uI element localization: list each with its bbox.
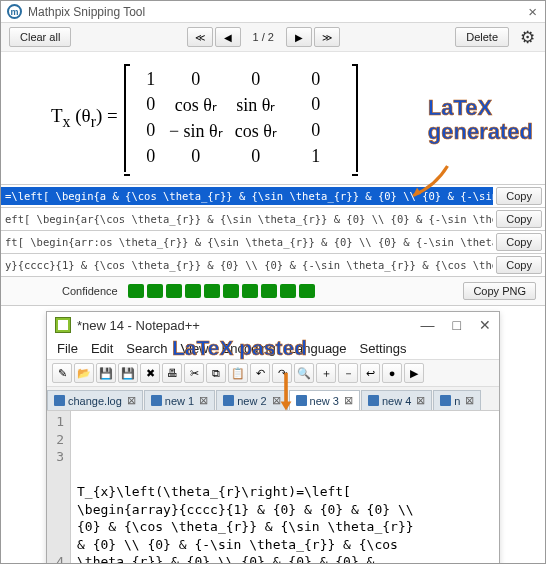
equation-lhs: Tx (θr) = xyxy=(51,105,118,131)
equation-preview: Tx (θr) = 10000cos θᵣsin θᵣ00− sin θᵣcos… xyxy=(1,52,545,184)
nav-prev-button[interactable]: ◀ xyxy=(215,27,241,47)
arrow-icon xyxy=(271,371,301,416)
latex-text[interactable]: ft[ \begin{arr:os \theta_{r}} & {\sin \t… xyxy=(1,233,493,251)
confidence-cell xyxy=(299,284,315,298)
open-file-icon[interactable]: 📂 xyxy=(74,363,94,383)
confidence-bar xyxy=(128,284,315,298)
tab-label: new 1 xyxy=(165,395,194,407)
menu-item[interactable]: Edit xyxy=(91,341,113,356)
cut-icon[interactable]: ✂ xyxy=(184,363,204,383)
notepadpp-window: *new 14 - Notepad++ — □ ✕ FileEditSearch… xyxy=(46,311,500,564)
file-icon xyxy=(54,395,65,406)
confidence-cell xyxy=(204,284,220,298)
delete-button[interactable]: Delete xyxy=(455,27,509,47)
tab-label: new 3 xyxy=(310,395,339,407)
tab-label: n xyxy=(454,395,460,407)
copy-button[interactable]: Copy xyxy=(496,233,542,251)
nav-first-button[interactable]: ≪ xyxy=(187,27,213,47)
tab-label: new 4 xyxy=(382,395,411,407)
notepadpp-editor: 123 4 T_{x}\left(\theta_{r}\right)=\left… xyxy=(47,411,499,564)
zoom-in-icon[interactable]: ＋ xyxy=(316,363,336,383)
print-icon[interactable]: 🖶 xyxy=(162,363,182,383)
latex-row: ft[ \begin{arr:os \theta_{r}} & {\sin \t… xyxy=(1,230,545,253)
confidence-label: Confidence xyxy=(62,285,118,297)
tab-label: new 2 xyxy=(237,395,266,407)
confidence-cell xyxy=(280,284,296,298)
equation-matrix: 10000cos θᵣsin θᵣ00− sin θᵣcos θᵣ00001 xyxy=(124,64,358,172)
mathpix-window: m Mathpix Snipping Tool × Clear all ≪ ◀ … xyxy=(1,1,545,306)
latex-output-rows: =\left[ \begin{a & {\cos \theta_{r}} & {… xyxy=(1,184,545,276)
latex-text[interactable]: eft[ \begin{ar{\cos \theta_{r}} & {\sin … xyxy=(1,210,493,228)
tab[interactable]: change.log⊠ xyxy=(47,390,143,410)
record-icon[interactable]: ● xyxy=(382,363,402,383)
mathpix-logo-icon: m xyxy=(7,4,22,19)
wrap-icon[interactable]: ↩ xyxy=(360,363,380,383)
file-icon xyxy=(368,395,379,406)
file-icon xyxy=(223,395,234,406)
notepadpp-title: *new 14 - Notepad++ xyxy=(77,318,200,333)
file-icon xyxy=(151,395,162,406)
close-icon[interactable]: × xyxy=(528,3,537,20)
nav-next-button[interactable]: ▶ xyxy=(286,27,312,47)
annotation-latex-generated: LaTeXgenerated xyxy=(428,96,533,144)
mathpix-title: Mathpix Snipping Tool xyxy=(28,5,145,19)
copy-button[interactable]: Copy xyxy=(496,187,542,205)
new-file-icon[interactable]: ✎ xyxy=(52,363,72,383)
nav-last-button[interactable]: ≫ xyxy=(314,27,340,47)
save-icon[interactable]: 💾 xyxy=(96,363,116,383)
close-file-icon[interactable]: ✖ xyxy=(140,363,160,383)
mathpix-toolbar: Clear all ≪ ◀ 1 / 2 ▶ ≫ Delete ⚙ xyxy=(1,23,545,52)
notepadpp-logo-icon xyxy=(55,317,71,333)
latex-row: y}{cccc}{1} & {\cos \theta_{r}} & {0} \\… xyxy=(1,253,545,276)
zoom-out-icon[interactable]: － xyxy=(338,363,358,383)
confidence-cell xyxy=(147,284,163,298)
copy-button[interactable]: Copy xyxy=(496,210,542,228)
confidence-cell xyxy=(185,284,201,298)
line-gutter: 123 4 xyxy=(47,411,71,564)
paste-icon[interactable]: 📋 xyxy=(228,363,248,383)
latex-row: eft[ \begin{ar{\cos \theta_{r}} & {\sin … xyxy=(1,207,545,230)
minimize-icon[interactable]: — xyxy=(421,317,435,333)
mathpix-titlebar: m Mathpix Snipping Tool × xyxy=(1,1,545,23)
tab[interactable]: new 1⊠ xyxy=(144,390,215,410)
file-icon xyxy=(440,395,451,406)
confidence-cell xyxy=(166,284,182,298)
tab-label: change.log xyxy=(68,395,122,407)
tab-close-icon[interactable]: ⊠ xyxy=(416,394,425,407)
tab[interactable]: new 4⊠ xyxy=(361,390,432,410)
maximize-icon[interactable]: □ xyxy=(453,317,461,333)
arrow-icon xyxy=(400,162,455,202)
menu-item[interactable]: Settings xyxy=(360,341,407,356)
page-nav: ≪ ◀ 1 / 2 ▶ ≫ xyxy=(187,27,340,47)
confidence-cell xyxy=(223,284,239,298)
tab-close-icon[interactable]: ⊠ xyxy=(344,394,353,407)
gear-icon[interactable]: ⚙ xyxy=(517,27,537,47)
notepadpp-titlebar: *new 14 - Notepad++ — □ ✕ xyxy=(47,312,499,338)
copy-button[interactable]: Copy xyxy=(496,256,542,274)
confidence-cell xyxy=(261,284,277,298)
copy-png-button[interactable]: Copy PNG xyxy=(463,282,536,300)
latex-text[interactable]: y}{cccc}{1} & {\cos \theta_{r}} & {0} \\… xyxy=(1,256,493,274)
confidence-cell xyxy=(242,284,258,298)
mathpix-footer: Confidence Copy PNG xyxy=(1,276,545,305)
annotation-latex-pasted: LaTeX pasted xyxy=(172,336,307,360)
undo-icon[interactable]: ↶ xyxy=(250,363,270,383)
tab[interactable]: n⊠ xyxy=(433,390,481,410)
tab-close-icon[interactable]: ⊠ xyxy=(199,394,208,407)
confidence-cell xyxy=(128,284,144,298)
close-icon[interactable]: ✕ xyxy=(479,317,491,333)
menu-item[interactable]: Search xyxy=(126,341,167,356)
copy-icon[interactable]: ⧉ xyxy=(206,363,226,383)
menu-item[interactable]: File xyxy=(57,341,78,356)
play-icon[interactable]: ▶ xyxy=(404,363,424,383)
save-all-icon[interactable]: 💾 xyxy=(118,363,138,383)
latex-row: =\left[ \begin{a & {\cos \theta_{r}} & {… xyxy=(1,184,545,207)
clear-all-button[interactable]: Clear all xyxy=(9,27,71,47)
tab-close-icon[interactable]: ⊠ xyxy=(465,394,474,407)
page-label: 1 / 2 xyxy=(243,31,284,43)
tab-close-icon[interactable]: ⊠ xyxy=(127,394,136,407)
code-area[interactable]: T_{x}\left(\theta_{r}\right)=\left[ \beg… xyxy=(71,411,499,564)
